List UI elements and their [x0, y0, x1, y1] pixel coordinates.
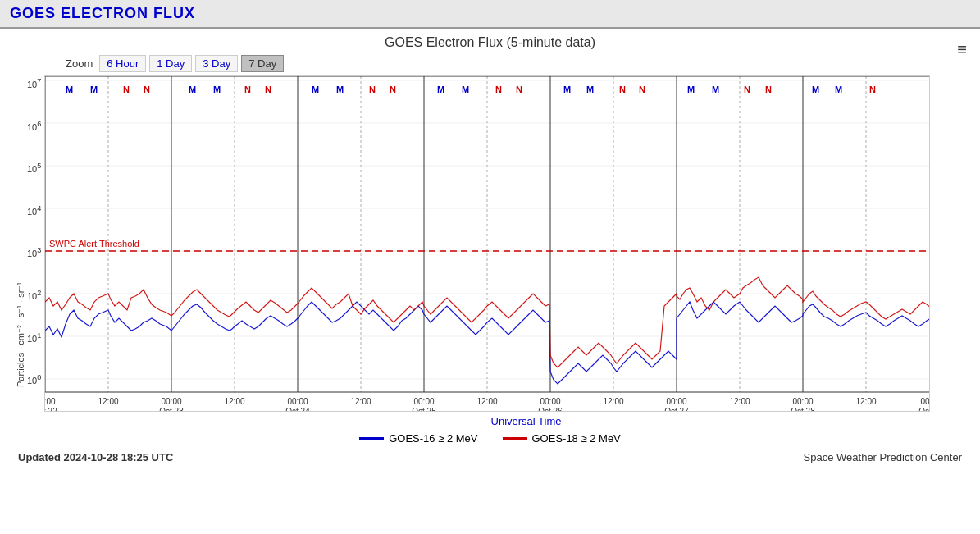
svg-text:12:00: 12:00 [98, 397, 119, 406]
svg-text:Oct 23: Oct 23 [160, 407, 185, 412]
svg-text:N: N [619, 84, 626, 94]
y-tick-6: 106 [27, 120, 41, 132]
page-title: GOES ELECTRON FLUX [10, 5, 195, 21]
svg-text:M: M [712, 84, 719, 94]
svg-text:12:00: 12:00 [604, 397, 624, 406]
svg-text:N: N [869, 84, 876, 94]
svg-text:12:00: 12:00 [477, 397, 498, 406]
svg-text:N: N [744, 84, 750, 94]
svg-text:00:00: 00:00 [162, 397, 182, 406]
svg-text:N: N [369, 84, 376, 94]
zoom-7day-button[interactable]: 7 Day [241, 55, 284, 72]
svg-text:00:00: 00:00 [540, 397, 561, 406]
y-axis-label: Particles · cm⁻² · s⁻¹ · sr⁻¹ [15, 75, 25, 387]
svg-text:12:00: 12:00 [856, 397, 877, 406]
svg-text:M: M [586, 84, 594, 94]
page-header: GOES ELECTRON FLUX [0, 0, 980, 29]
svg-text:M: M [812, 84, 819, 94]
menu-icon[interactable]: ≡ [957, 40, 967, 59]
svg-text:00:00: 00:00 [667, 397, 687, 406]
page-footer: Updated 2024-10-28 18:25 UTC Space Weath… [8, 448, 972, 467]
svg-text:M: M [835, 84, 842, 94]
goes16-line [45, 302, 930, 384]
svg-text:Oct 25: Oct 25 [413, 407, 437, 412]
svg-text:00:00: 00:00 [414, 397, 435, 406]
svg-text:00:00: 00:00 [44, 397, 56, 406]
zoom-label: Zoom [66, 57, 93, 70]
svg-text:Oct 27: Oct 27 [665, 407, 690, 412]
svg-text:M: M [90, 84, 98, 94]
legend-goes16-label: GOES-16 ≥ 2 MeV [389, 432, 477, 445]
y-tick-4: 104 [27, 204, 41, 217]
x-axis-title: Universal Time [80, 415, 972, 427]
y-axis-ticks: 107 106 105 104 103 102 101 100 [27, 75, 41, 387]
y-tick-5: 105 [27, 162, 41, 174]
chart-title: GOES Electron Flux (5-minute data) [8, 35, 972, 50]
legend-goes18-line [503, 437, 527, 440]
svg-text:M: M [687, 84, 695, 94]
updated-timestamp: Updated 2024-10-28 18:25 UTC [18, 451, 173, 463]
svg-text:M: M [563, 84, 571, 94]
chart-legend: GOES-16 ≥ 2 MeV GOES-18 ≥ 2 MeV [8, 432, 972, 445]
svg-text:M: M [312, 84, 319, 94]
zoom-bar: Zoom 6 Hour 1 Day 3 Day 7 Day [66, 55, 972, 72]
main-content: GOES Electron Flux (5-minute data) ≡ Zoo… [0, 29, 980, 473]
svg-text:N: N [639, 84, 645, 94]
legend-goes18-label: GOES-18 ≥ 2 MeV [532, 432, 621, 445]
svg-text:N: N [390, 84, 396, 94]
zoom-6hour-button[interactable]: 6 Hour [99, 55, 146, 72]
svg-text:Oct 22: Oct 22 [44, 407, 57, 412]
chart-svg: SWPC Alert Threshold M M N N M M N N M M… [44, 75, 930, 412]
svg-text:N: N [123, 84, 130, 94]
svg-text:N: N [765, 84, 772, 94]
svg-text:M: M [213, 84, 221, 94]
y-tick-1: 101 [27, 331, 41, 344]
organization-name: Space Weather Prediction Center [804, 451, 962, 463]
svg-text:M: M [437, 84, 444, 94]
svg-text:00:00: 00:00 [793, 397, 814, 406]
svg-text:M: M [336, 84, 344, 94]
y-tick-7: 107 [27, 77, 41, 89]
svg-text:Oct 29: Oct 29 [919, 407, 931, 412]
svg-text:12:00: 12:00 [225, 397, 245, 406]
legend-goes18: GOES-18 ≥ 2 MeV [503, 432, 621, 445]
svg-text:Oct 28: Oct 28 [791, 407, 816, 412]
zoom-3day-button[interactable]: 3 Day [195, 55, 238, 72]
svg-text:N: N [495, 84, 502, 94]
svg-text:N: N [265, 84, 271, 94]
svg-text:Oct 26: Oct 26 [539, 407, 563, 412]
svg-text:00:00: 00:00 [921, 397, 931, 406]
svg-text:M: M [462, 84, 469, 94]
legend-goes16-line [359, 437, 384, 440]
svg-text:N: N [516, 84, 522, 94]
svg-text:N: N [144, 84, 150, 94]
alert-threshold-label: SWPC Alert Threshold [49, 239, 139, 249]
svg-text:12:00: 12:00 [351, 397, 371, 406]
svg-text:N: N [244, 84, 251, 94]
svg-text:00:00: 00:00 [288, 397, 308, 406]
y-tick-3: 103 [27, 246, 41, 258]
svg-text:Oct 24: Oct 24 [286, 407, 311, 412]
period-label: M [66, 84, 73, 94]
chart-area: Particles · cm⁻² · s⁻¹ · sr⁻¹ 107 106 10… [15, 75, 972, 427]
zoom-1day-button[interactable]: 1 Day [149, 55, 192, 72]
legend-goes16: GOES-16 ≥ 2 MeV [359, 432, 477, 445]
y-tick-2: 102 [27, 289, 41, 301]
y-tick-0: 100 [27, 373, 41, 386]
svg-text:12:00: 12:00 [730, 397, 750, 406]
svg-text:M: M [189, 84, 196, 94]
